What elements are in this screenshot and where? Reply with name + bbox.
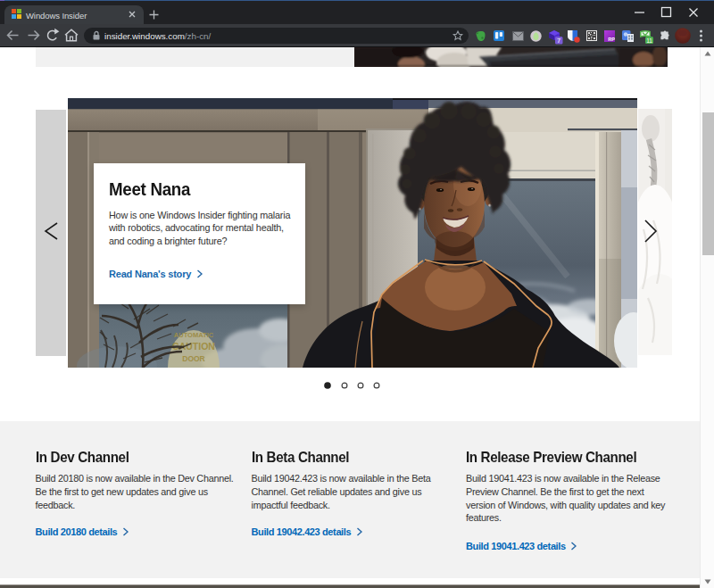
svg-text:DOOR: DOOR: [182, 354, 205, 363]
svg-text:AUTOMATIC: AUTOMATIC: [174, 331, 214, 339]
svg-text:7: 7: [557, 37, 560, 45]
svg-text:RP: RP: [608, 36, 615, 41]
svg-text:11: 11: [646, 37, 652, 43]
